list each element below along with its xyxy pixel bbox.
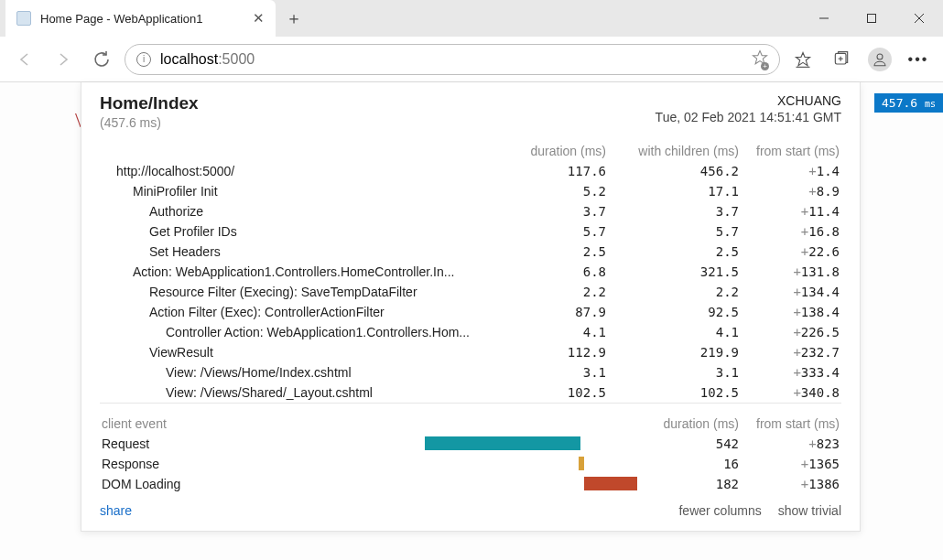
timing-from-start: +16.8 [741,221,841,242]
timing-from-start: +11.4 [741,201,841,221]
client-event-label: Response [100,454,516,474]
col-duration: duration (ms) [516,141,608,161]
timing-row[interactable]: View: /Views/Home/Index.cshtml3.13.1+333… [100,362,841,382]
close-tab-icon[interactable]: ✕ [253,10,265,27]
timings-table: duration (ms) with children (ms) from st… [100,141,841,494]
settings-menu-button[interactable]: ••• [903,44,934,75]
timing-with-children: 92.5 [608,302,741,322]
client-timing-row: Response16+1365 [100,454,841,474]
client-event-label: DOM Loading [100,474,516,494]
client-event-bar [579,457,584,470]
url-input[interactable]: i localhost:5000 + [125,44,780,75]
timing-from-start: +232.7 [741,342,841,362]
timing-label: Set Headers [100,242,516,262]
address-bar: i localhost:5000 + ••• [0,37,943,82]
client-timing-row: DOM Loading182+1386 [100,474,841,494]
forward-button[interactable] [48,44,79,75]
client-event-bar [425,436,580,450]
timing-duration: 3.7 [516,201,608,221]
timing-with-children: 17.1 [608,181,741,201]
favorite-button[interactable]: + [752,49,768,70]
timing-from-start: +226.5 [741,322,841,342]
miniprofiler-badge[interactable]: 457.6 ms [874,93,943,113]
profiler-route: Home/Index [100,93,199,113]
window-maximize-button[interactable] [848,0,895,37]
timing-with-children: 2.5 [608,242,741,262]
timing-label: Action Filter (Exec): ControllerActionFi… [100,302,516,322]
timing-from-start: +134.4 [741,282,841,302]
timing-duration: 5.7 [516,221,608,242]
collections-button[interactable] [826,44,857,75]
col-with-children: with children (ms) [608,141,741,161]
back-button[interactable] [9,44,40,75]
timing-row[interactable]: Resource Filter (Execing): SaveTempDataF… [100,282,841,302]
profiler-user: XCHUANG [656,93,841,108]
timing-with-children: 3.1 [608,362,741,382]
timing-label: View: /Views/Home/Index.cshtml [100,362,516,382]
window-minimize-button[interactable] [800,0,848,37]
timing-row[interactable]: Get Profiler IDs5.75.7+16.8 [100,221,841,242]
svg-marker-5 [797,52,810,65]
miniprofiler-panel: Home/Index (457.6 ms) XCHUANG Tue, 02 Fe… [81,82,861,532]
timing-row[interactable]: Action: WebApplication1.Controllers.Home… [100,262,841,282]
tab-title: Home Page - WebApplication1 [40,12,244,26]
timing-row[interactable]: View: /Views/Shared/_Layout.cshtml102.51… [100,382,841,404]
profiler-date: Tue, 02 Feb 2021 14:51:41 GMT [656,110,841,124]
show-trivial-toggle[interactable]: show trivial [778,503,841,518]
timing-row[interactable]: Controller Action: WebApplication1.Contr… [100,322,841,342]
timing-row[interactable]: http://localhost:5000/117.6456.2+1.4 [100,161,841,181]
timing-duration: 102.5 [516,382,608,404]
site-info-icon[interactable]: i [136,52,151,67]
client-from-start: +1386 [741,474,841,494]
timing-row[interactable]: Authorize3.73.7+11.4 [100,201,841,221]
timing-label: Authorize [100,201,516,221]
timing-label: View: /Views/Shared/_Layout.cshtml [100,382,516,404]
svg-rect-1 [868,15,876,23]
timing-from-start: +340.8 [741,382,841,404]
timing-duration: 87.9 [516,302,608,322]
timing-with-children: 2.2 [608,282,741,302]
timing-duration: 2.2 [516,282,608,302]
timing-with-children: 4.1 [608,322,741,342]
timing-duration: 5.2 [516,181,608,201]
new-tab-button[interactable]: ＋ [276,0,312,37]
timing-from-start: +22.6 [741,242,841,262]
timing-duration: 3.1 [516,362,608,382]
col-from-start: from start (ms) [741,141,841,161]
browser-tab[interactable]: Home Page - WebApplication1 ✕ [5,0,276,37]
timing-duration: 117.6 [516,161,608,181]
svg-point-11 [877,54,883,59]
timing-row[interactable]: Action Filter (Exec): ControllerActionFi… [100,302,841,322]
timing-from-start: +1.4 [741,161,841,181]
window-close-button[interactable] [895,0,943,37]
timing-with-children: 102.5 [608,382,741,404]
timing-from-start: +8.9 [741,181,841,201]
timing-label: Action: WebApplication1.Controllers.Home… [100,262,516,282]
timing-duration: 6.8 [516,262,608,282]
profile-button[interactable] [864,44,895,75]
favorites-menu-button[interactable] [787,44,818,75]
timing-label: MiniProfiler Init [100,181,516,201]
timing-with-children: 219.9 [608,342,741,362]
timing-row[interactable]: MiniProfiler Init5.217.1+8.9 [100,181,841,201]
share-link[interactable]: share [100,503,132,518]
favicon [16,11,31,26]
url-text: localhost:5000 [160,51,255,68]
timing-label: http://localhost:5000/ [100,161,516,181]
timing-with-children: 5.7 [608,221,741,242]
window-titlebar: Home Page - WebApplication1 ✕ ＋ [0,0,943,37]
timing-row[interactable]: Set Headers2.52.5+22.6 [100,242,841,262]
timing-label: Controller Action: WebApplication1.Contr… [100,322,516,342]
timing-with-children: 3.7 [608,201,741,221]
timing-row[interactable]: ViewResult112.9219.9+232.7 [100,342,841,362]
profiler-total-time: (457.6 ms) [100,115,199,130]
client-from-start: +823 [741,434,841,454]
fewer-columns-toggle[interactable]: fewer columns [678,503,761,518]
refresh-button[interactable] [86,44,117,75]
timing-label: Resource Filter (Execing): SaveTempDataF… [100,282,516,302]
client-timing-row: Request542+823 [100,434,841,454]
timing-label: Get Profiler IDs [100,221,516,242]
timing-with-children: 456.2 [608,161,741,181]
timing-from-start: +131.8 [741,262,841,282]
client-duration: 16 [608,454,741,474]
